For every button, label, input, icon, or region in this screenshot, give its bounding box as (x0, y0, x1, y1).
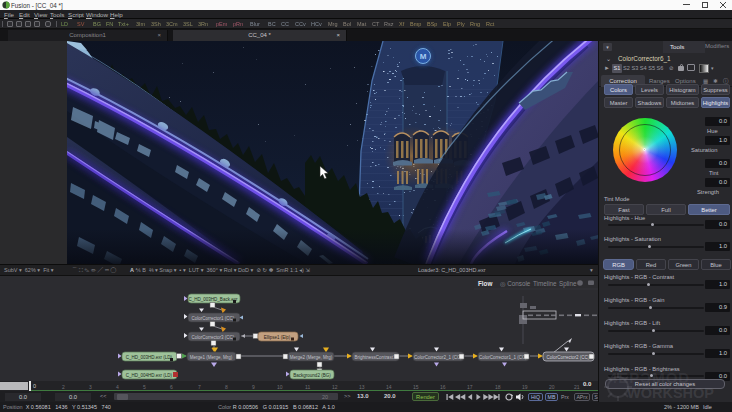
svg-text:Background2 (BG): Background2 (BG) (293, 373, 331, 378)
svg-text:Flow: Flow (478, 280, 492, 287)
svg-text:Merge1 (Merge, Mrg): Merge1 (Merge, Mrg) (190, 355, 233, 360)
svg-text:BrightnessContrast1: BrightnessContrast1 (355, 355, 396, 360)
svg-text:C_HD_003HD_Back.exr: C_HD_003HD_Back.exr (189, 297, 238, 302)
svg-text:ColorCorrector2_1 (CC): ColorCorrector2_1 (CC) (414, 355, 462, 360)
svg-text:Spline: Spline (559, 280, 577, 288)
svg-text:C_HD_004HD.exr (LD): C_HD_004HD.exr (LD) (126, 373, 173, 378)
svg-text:Timeline: Timeline (533, 280, 557, 287)
svg-text:ColorCorrector1_1 (CC): ColorCorrector1_1 (CC) (479, 355, 527, 360)
svg-text:Merge2 (Merge, Mrg): Merge2 (Merge, Mrg) (290, 355, 333, 360)
svg-text:ColorCorrector1 (CC): ColorCorrector1 (CC) (192, 316, 235, 321)
svg-text:Ellipse1 (Elp): Ellipse1 (Elp) (264, 335, 291, 340)
svg-text:◎ Console: ◎ Console (500, 280, 531, 287)
svg-text:ColorCorrector2 (CC): ColorCorrector2 (CC) (547, 355, 590, 360)
svg-text:M: M (420, 52, 427, 61)
svg-text:ColorCorrector3 (CC): ColorCorrector3 (CC) (192, 335, 235, 340)
svg-text:C_HD_003HD.exr (LD): C_HD_003HD.exr (LD) (126, 355, 173, 360)
